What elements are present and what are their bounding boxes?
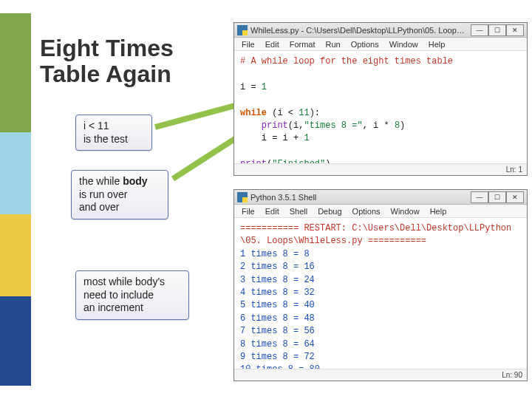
svg-rect-5 xyxy=(242,30,248,35)
shell-output-line: 1 times 8 = 8 xyxy=(240,249,310,259)
slide-title: Eight Times Table Again xyxy=(40,35,174,87)
menu-file[interactable]: File xyxy=(237,206,259,216)
editor-code-area[interactable]: # A while loop for the eight times table… xyxy=(234,51,527,176)
shell-restart-line: =========== RESTART: C:\Users\Dell\Deskt… xyxy=(240,222,521,248)
stripe-lightblue xyxy=(0,132,31,214)
shell-menubar: File Edit Shell Debug Options Window Hel… xyxy=(234,205,527,218)
editor-status: Ln: 1 xyxy=(234,163,527,175)
menu-run[interactable]: Run xyxy=(321,39,345,50)
maximize-button[interactable]: ☐ xyxy=(488,24,506,36)
shell-window: Python 3.5.1 Shell — ☐ ✕ File Edit Shell… xyxy=(233,189,528,381)
menu-options[interactable]: Options xyxy=(347,39,383,50)
shell-output-line: 7 times 8 = 56 xyxy=(240,326,315,336)
menu-debug[interactable]: Debug xyxy=(313,206,346,216)
shell-output-line: 9 times 8 = 72 xyxy=(240,352,315,362)
menu-window[interactable]: Window xyxy=(386,206,424,216)
shell-output-line: 4 times 8 = 32 xyxy=(240,287,315,298)
close-button[interactable]: ✕ xyxy=(506,191,524,203)
shell-output-line: 5 times 8 = 40 xyxy=(240,300,315,310)
shell-output-line: 8 times 8 = 64 xyxy=(240,339,315,349)
minimize-button[interactable]: — xyxy=(471,24,488,36)
code-while-kw: while xyxy=(240,108,267,118)
code-assign: i = xyxy=(240,82,262,92)
menu-shell[interactable]: Shell xyxy=(285,206,312,216)
menu-window[interactable]: Window xyxy=(385,39,423,50)
editor-menubar: File Edit Format Run Options Window Help xyxy=(234,38,527,51)
menu-file[interactable]: File xyxy=(237,39,259,50)
code-print-kw: print xyxy=(262,120,288,131)
code-comment: # A while loop for the eight times table xyxy=(240,56,453,66)
maximize-button[interactable]: ☐ xyxy=(488,191,506,203)
stripe-green xyxy=(0,13,31,132)
minimize-button[interactable]: — xyxy=(471,191,488,203)
python-icon xyxy=(237,25,248,35)
slide-area: Eight Times Table Again i < 11 is the te… xyxy=(31,0,532,399)
menu-help[interactable]: Help xyxy=(424,39,450,50)
svg-rect-7 xyxy=(242,197,248,202)
close-button[interactable]: ✕ xyxy=(506,24,524,36)
menu-edit[interactable]: Edit xyxy=(261,206,284,216)
stripe-darkblue xyxy=(0,296,31,386)
shell-output-line: 6 times 8 = 48 xyxy=(240,313,315,324)
editor-title-text: WhileLess.py - C:\Users\Dell\Desktop\LLP… xyxy=(250,26,468,35)
sidebar-stripe xyxy=(0,13,31,386)
shell-output-line: 3 times 8 = 24 xyxy=(240,275,315,285)
shell-title-text: Python 3.5.1 Shell xyxy=(250,193,468,202)
python-icon xyxy=(237,192,248,202)
shell-output-area[interactable]: =========== RESTART: C:\Users\Dell\Deskt… xyxy=(234,218,527,369)
menu-edit[interactable]: Edit xyxy=(261,39,284,50)
callout-test: i < 11 is the test xyxy=(75,115,152,151)
menu-format[interactable]: Format xyxy=(285,39,320,50)
shell-output-line: 2 times 8 = 16 xyxy=(240,262,315,272)
editor-titlebar: WhileLess.py - C:\Users\Dell\Desktop\LLP… xyxy=(234,23,527,38)
shell-titlebar: Python 3.5.1 Shell — ☐ ✕ xyxy=(234,190,527,205)
callout-body-text: the while body is run over and over xyxy=(79,175,148,213)
callout-body: the while body is run over and over xyxy=(71,170,168,219)
editor-window: WhileLess.py - C:\Users\Dell\Desktop\LLP… xyxy=(233,22,528,176)
shell-status: Ln: 90 xyxy=(234,369,527,381)
stripe-yellow xyxy=(0,214,31,296)
menu-help[interactable]: Help xyxy=(426,206,451,216)
menu-options[interactable]: Options xyxy=(348,206,385,216)
callout-increment: most while body's need to include an inc… xyxy=(75,270,189,320)
